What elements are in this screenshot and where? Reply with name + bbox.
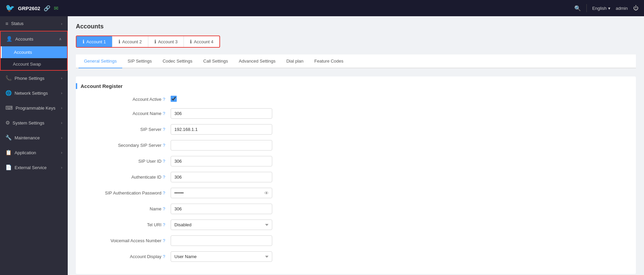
topbar-right: 🔍 English ▾ admin ⏻	[574, 4, 639, 12]
main-content: Accounts ℹ Account 1 ℹ Account 2 ℹ Accou…	[68, 16, 644, 275]
tel-uri-select[interactable]: Disabled Enabled	[171, 220, 272, 230]
account-tab-1-label: Account 1	[86, 39, 106, 44]
keys-icon: ⌨	[5, 105, 13, 111]
sidebar-sub-label-accounts: Accounts	[14, 50, 32, 55]
sidebar-label-accounts: Accounts	[15, 37, 33, 42]
tab-codec-settings[interactable]: Codec Settings	[157, 54, 198, 68]
admin-label[interactable]: admin	[616, 6, 628, 11]
account-name-input[interactable]	[171, 108, 272, 119]
voicemail-input[interactable]	[171, 235, 272, 246]
authenticate-id-input[interactable]	[171, 172, 272, 182]
sidebar-label-phone: Phone Settings	[15, 76, 44, 81]
sidebar-item-application[interactable]: 📋 Application ›	[0, 145, 68, 160]
chevron-down-icon: ▾	[608, 6, 610, 11]
page-title: Accounts	[76, 23, 636, 30]
status-icon: ≡	[5, 21, 8, 26]
power-icon[interactable]: ⏻	[633, 5, 639, 11]
account-active-help-icon[interactable]: ?	[163, 97, 165, 102]
maintenance-icon: 🔧	[5, 135, 12, 141]
sidebar-label-application: Application	[15, 150, 36, 155]
account-tab-2-label: Account 2	[122, 39, 142, 44]
voicemail-control	[171, 235, 272, 246]
chevron-up-icon: ∧	[59, 37, 62, 41]
sidebar-item-system-settings[interactable]: ⚙ System Settings ›	[0, 115, 68, 130]
voicemail-help-icon[interactable]: ?	[163, 238, 165, 243]
sidebar-item-phone-settings[interactable]: 📞 Phone Settings ›	[0, 71, 68, 86]
accounts-submenu: Accounts Account Swap	[1, 46, 67, 70]
name-input[interactable]	[171, 204, 272, 214]
sidebar-sub-item-accounts[interactable]: Accounts	[1, 46, 67, 58]
system-icon: ⚙	[5, 120, 10, 126]
sip-user-id-help-icon[interactable]: ?	[163, 159, 165, 164]
sip-auth-password-input[interactable]	[171, 188, 272, 198]
account4-icon: ℹ	[190, 39, 192, 44]
account-display-help-icon[interactable]: ?	[163, 254, 165, 259]
sidebar-item-status[interactable]: ≡ Status ›	[0, 16, 68, 31]
chevron-right-icon7: ›	[61, 151, 62, 155]
account-tab-3[interactable]: ℹ Account 3	[148, 36, 184, 47]
language-selector[interactable]: English ▾	[592, 6, 610, 11]
account-active-checkbox[interactable]	[171, 96, 177, 102]
form-area: Account Register Account Active ? Accoun…	[76, 76, 636, 274]
sidebar-label-keys: Programmable Keys	[16, 106, 56, 111]
accounts-section: 👤 Accounts ∧ Accounts Account Swap	[0, 31, 68, 71]
form-row-account-display: Account Display ? User Name Account Name…	[76, 251, 636, 262]
form-row-account-active: Account Active ?	[76, 96, 636, 103]
account-display-select[interactable]: User Name Account Name Display Name	[171, 251, 272, 262]
name-help-icon[interactable]: ?	[163, 206, 165, 211]
sidebar-item-maintenance[interactable]: 🔧 Maintenance ›	[0, 130, 68, 145]
chevron-right-icon2: ›	[61, 76, 62, 80]
tab-dial-plan[interactable]: Dial plan	[281, 54, 309, 68]
tab-feature-codes[interactable]: Feature Codes	[309, 54, 349, 68]
form-row-sip-auth-password: SIP Authentication Password ? 👁	[76, 188, 636, 198]
sidebar-label-system: System Settings	[13, 120, 44, 125]
name-label: Name ?	[83, 206, 171, 211]
sip-user-id-input[interactable]	[171, 156, 272, 166]
chevron-right-icon8: ›	[61, 165, 62, 169]
show-password-icon[interactable]: 👁	[264, 190, 269, 196]
account-tab-3-label: Account 3	[158, 39, 178, 44]
secondary-sip-help-icon[interactable]: ?	[163, 143, 165, 148]
brand-name: GRP2602	[18, 5, 40, 11]
account-tab-4[interactable]: ℹ Account 4	[184, 36, 219, 47]
sidebar-item-programmable-keys[interactable]: ⌨ Programmable Keys ›	[0, 100, 68, 115]
account-tab-4-label: Account 4	[194, 39, 213, 44]
topbar-left: 🐦 GRP2602 🔗 ✉	[5, 4, 58, 13]
sip-user-id-control	[171, 156, 272, 166]
tab-call-settings[interactable]: Call Settings	[198, 54, 233, 68]
account-tab-2[interactable]: ℹ Account 2	[112, 36, 148, 47]
sidebar-item-network[interactable]: 🌐 Network Settings ›	[0, 86, 68, 100]
settings-tabs: General Settings SIP Settings Codec Sett…	[76, 54, 636, 68]
tab-advanced-settings[interactable]: Advanced Settings	[233, 54, 281, 68]
secondary-sip-input[interactable]	[171, 140, 272, 151]
authenticate-id-help-icon[interactable]: ?	[163, 175, 165, 180]
sip-auth-help-icon[interactable]: ?	[163, 190, 165, 196]
sidebar-sub-item-account-swap[interactable]: Account Swap	[1, 58, 67, 70]
sidebar-label-external: External Service	[15, 165, 47, 170]
tab-sip-settings[interactable]: SIP Settings	[122, 54, 157, 68]
chevron-right-icon5: ›	[61, 121, 62, 125]
topbar: 🐦 GRP2602 🔗 ✉ 🔍 English ▾ admin ⏻	[0, 0, 644, 16]
account-tab-1[interactable]: ℹ Account 1	[77, 36, 112, 47]
mail-icon: ✉	[54, 5, 58, 12]
account-name-control	[171, 108, 272, 119]
account-name-help-icon[interactable]: ?	[163, 111, 165, 116]
sidebar-item-accounts[interactable]: 👤 Accounts ∧	[1, 31, 67, 46]
tel-uri-help-icon[interactable]: ?	[163, 222, 165, 227]
account1-icon: ℹ	[83, 39, 84, 44]
sip-server-help-icon[interactable]: ?	[163, 127, 165, 132]
secondary-sip-label: Secondary SIP Server ?	[83, 143, 171, 148]
sip-user-id-label: SIP User ID ?	[83, 159, 171, 164]
network-icon: 🌐	[5, 90, 12, 96]
application-icon: 📋	[5, 150, 12, 156]
sidebar-item-external-service[interactable]: 📄 External Service ›	[0, 160, 68, 175]
form-row-name: Name ?	[76, 204, 636, 214]
external-icon: 📄	[5, 164, 12, 170]
sidebar-label-maintenance: Maintenance	[15, 135, 40, 140]
sip-server-input[interactable]	[171, 124, 272, 135]
search-icon[interactable]: 🔍	[574, 5, 581, 12]
form-row-tel-uri: Tel URI ? Disabled Enabled	[76, 220, 636, 230]
tab-general-settings[interactable]: General Settings	[79, 54, 122, 68]
account-name-label: Account Name ?	[83, 111, 171, 116]
sidebar-label-status: Status	[11, 21, 24, 26]
